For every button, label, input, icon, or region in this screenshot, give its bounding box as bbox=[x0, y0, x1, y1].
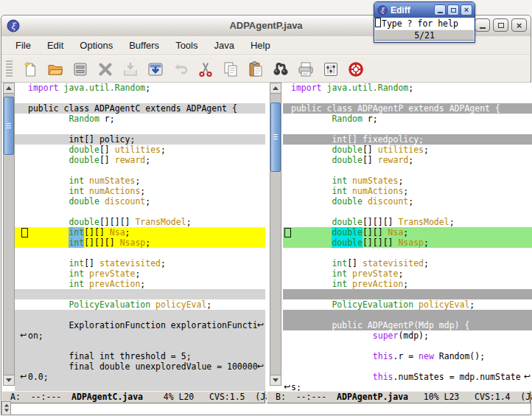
code-token: final int threshold = 5; bbox=[28, 351, 192, 361]
code-line: int prevAction; bbox=[15, 279, 265, 289]
code-token: this bbox=[373, 351, 393, 361]
code-line: int[][][] Nsasp; bbox=[15, 238, 265, 248]
xemacs-icon: ξ bbox=[377, 5, 388, 15]
minibuffer-scroll-widget[interactable] bbox=[1, 401, 11, 415]
code-token bbox=[28, 258, 69, 268]
left-scrollbar-thumb[interactable] bbox=[4, 97, 14, 155]
maximize-button[interactable] bbox=[447, 4, 459, 15]
code-token: final double unexploredValue = 100000 bbox=[28, 361, 258, 372]
code-line: int[] policy; bbox=[15, 134, 265, 145]
toolbar-open-file-button[interactable] bbox=[44, 59, 66, 80]
code-token: Nsa bbox=[110, 227, 125, 238]
ediff-titlebar[interactable]: ξ Ediff × bbox=[374, 2, 475, 18]
buffer-a-text[interactable]: import java.util.Random;public class ADP… bbox=[15, 83, 265, 392]
code-token: int bbox=[69, 238, 84, 248]
save-all-icon bbox=[147, 60, 164, 78]
code-line: ↩0.0; bbox=[15, 372, 265, 382]
line-continuation-icon: ↩ bbox=[20, 372, 27, 382]
close-button[interactable]: × bbox=[461, 4, 472, 15]
toolbar-new-file-button[interactable] bbox=[19, 59, 41, 80]
save-as-disabled-icon bbox=[122, 60, 139, 78]
modeline-status: 10% L23 CVS:1.4 (Ja bbox=[408, 392, 532, 402]
code-token bbox=[291, 186, 332, 196]
code-token bbox=[99, 196, 105, 207]
menu-file[interactable]: File bbox=[7, 38, 39, 53]
code-line: int numStates; bbox=[283, 176, 532, 186]
code-token bbox=[291, 196, 332, 207]
code-token: [] bbox=[84, 258, 99, 268]
code-token: [][] bbox=[363, 227, 388, 238]
code-line: this.r = new Random(); bbox=[283, 351, 532, 361]
left-scrollbar[interactable] bbox=[3, 83, 15, 386]
cut-icon bbox=[197, 60, 214, 78]
scroll-up-button[interactable] bbox=[4, 83, 14, 94]
code-line: double[][][] TransModel; bbox=[15, 217, 265, 227]
toolbar-find-button[interactable] bbox=[270, 59, 292, 80]
minimize-button[interactable] bbox=[475, 18, 490, 32]
modeline-flags: A: --:--- bbox=[10, 392, 71, 402]
code-token: java.util.Random bbox=[326, 83, 408, 93]
toolbar-close-buffer-button[interactable] bbox=[94, 59, 116, 80]
minibuffer[interactable] bbox=[1, 403, 531, 415]
menu-java[interactable]: Java bbox=[206, 38, 242, 53]
code-token bbox=[291, 176, 332, 186]
code-line: PolicyEvaluation policyEval; bbox=[283, 299, 532, 310]
code-token: TransModel bbox=[398, 217, 449, 227]
toolbar-cut-button[interactable] bbox=[195, 59, 217, 80]
code-token: [][][] bbox=[84, 238, 119, 248]
code-token: [] bbox=[99, 155, 115, 165]
code-token: this bbox=[373, 372, 393, 382]
menu-help[interactable]: Help bbox=[242, 38, 279, 53]
scroll-down-button[interactable] bbox=[270, 375, 281, 385]
code-token: double bbox=[332, 145, 363, 155]
code-token: import bbox=[28, 83, 59, 93]
thumb-grip-icon bbox=[7, 123, 11, 129]
code-token: numStates bbox=[89, 176, 135, 186]
maximize-button[interactable] bbox=[493, 18, 508, 32]
code-line: double[][][] TransModel; bbox=[283, 217, 532, 227]
toolbar-print-button[interactable] bbox=[295, 59, 317, 80]
up-arrow-icon bbox=[273, 86, 279, 90]
code-line bbox=[283, 310, 532, 320]
ediff-help-line[interactable]: Type ? for help bbox=[375, 18, 474, 30]
toolbar-preferences-button[interactable] bbox=[320, 59, 342, 80]
menu-buffers[interactable]: Buffers bbox=[121, 38, 167, 53]
code-line: import java.util.Random; bbox=[15, 83, 265, 93]
scroll-up-button[interactable] bbox=[270, 83, 281, 94]
right-scrollbar[interactable] bbox=[270, 83, 281, 386]
buffer-b-text[interactable]: import java.util.Random;public class ADP… bbox=[283, 83, 532, 392]
code-token: utilities bbox=[115, 145, 161, 155]
modeline-buffer-a: A: --:--- ADPAgentC.java 4% L20 CVS:1.5 … bbox=[1, 391, 265, 403]
down-arrow-icon bbox=[273, 378, 279, 382]
code-line: int numActions; bbox=[283, 186, 532, 196]
toolbar-copy-button[interactable] bbox=[220, 59, 242, 80]
close-button[interactable]: × bbox=[511, 18, 527, 32]
right-scrollbar-thumb[interactable] bbox=[270, 103, 281, 172]
code-line: Random r; bbox=[283, 114, 532, 124]
code-token bbox=[291, 258, 332, 268]
toolbar-undo-disabled-button[interactable] bbox=[169, 59, 192, 80]
code-token bbox=[291, 227, 332, 238]
toolbar-save-file-button[interactable] bbox=[69, 59, 91, 80]
help-icon bbox=[347, 60, 365, 78]
toolbar-help-button[interactable] bbox=[345, 59, 367, 80]
code-token: PolicyEvaluation bbox=[69, 299, 150, 310]
toolbar-save-all-button[interactable] bbox=[144, 59, 167, 80]
code-token: .r = bbox=[393, 351, 419, 361]
minimize-button[interactable] bbox=[434, 4, 446, 15]
menu-tools[interactable]: Tools bbox=[167, 38, 206, 53]
toolbar-paste-button[interactable] bbox=[245, 59, 267, 80]
scroll-down-button[interactable] bbox=[4, 375, 14, 385]
toolbar-grip[interactable] bbox=[6, 60, 13, 78]
code-token bbox=[291, 279, 332, 289]
main-window: ξ ADPAgentP.java × FileEditOptionsBuffer… bbox=[1, 15, 531, 415]
menu-options[interactable]: Options bbox=[71, 38, 121, 53]
code-line: double discount; bbox=[15, 196, 265, 207]
code-token: int bbox=[332, 279, 347, 289]
code-token bbox=[28, 279, 69, 289]
toolbar-save-as-disabled-button[interactable] bbox=[119, 59, 141, 80]
code-line bbox=[283, 165, 532, 176]
code-token: ; bbox=[161, 145, 166, 155]
line-wrap-icon: ↩ bbox=[257, 361, 264, 372]
menu-edit[interactable]: Edit bbox=[39, 38, 71, 53]
